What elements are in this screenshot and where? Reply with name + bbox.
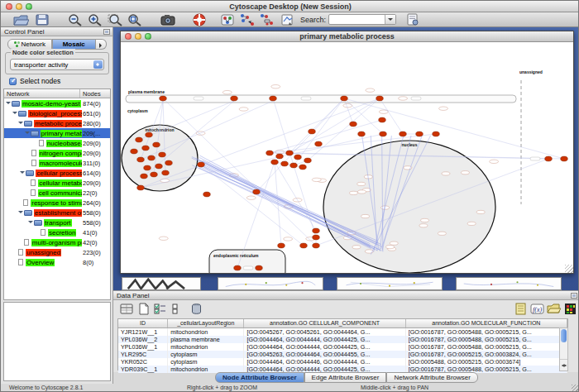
tree-item-establishment-of-lo[interactable]: establishment of lo558(0)	[4, 208, 110, 218]
app-resize-grip[interactable]	[572, 385, 579, 392]
column-header[interactable]: annotation.GO MOLECULAR_FUNCTION	[405, 319, 567, 327]
table-row[interactable]: YPL036W__1mitochondrion[GO:0044464, GO:0…	[118, 343, 567, 351]
open-file-button[interactable]	[12, 13, 29, 26]
table-cell[interactable]: [GO:0016787, GO:0005488, GO:0005215, G..…	[405, 336, 567, 343]
disclosure-triangle-icon[interactable]	[18, 211, 23, 216]
tree-item-response-to-stimulu[interactable]: response to stimulu264(0)	[4, 198, 110, 208]
attribute-table[interactable]: ID_cellularLayoutRegionannotation.GO CEL…	[118, 319, 567, 373]
disclosure-triangle-icon[interactable]	[25, 131, 30, 136]
table-cell[interactable]: YKR052C	[118, 358, 168, 366]
table-cell[interactable]: [GO:0044464, GO:0044444, GO:0044425, G..…	[244, 343, 405, 351]
tree-item-secretion[interactable]: secretion41(0)	[4, 227, 110, 237]
table-cell[interactable]: [GO:0044464, GO:0044446, GO:0044444, G..…	[244, 358, 405, 366]
union-networks-button[interactable]	[259, 13, 275, 26]
network-view-window[interactable]: primary metabolic process plasma membran…	[120, 31, 574, 274]
search-dropdown-arrow-icon[interactable]	[385, 15, 395, 24]
window-resize-grip[interactable]	[565, 265, 573, 273]
tree-item-macromolecule[interactable]: macromolecule311(0)	[4, 158, 110, 168]
minimized-window-thumbnail[interactable]	[218, 277, 323, 290]
tab-network-attribute-browser[interactable]: Network Attribute Browser	[386, 372, 477, 383]
save-session-button[interactable]	[34, 13, 50, 26]
table-row[interactable]: YJR121W__1mitochondrion[GO:0045267, GO:0…	[118, 327, 567, 336]
table-cell[interactable]: [GO:0016787, GO:0005215, GO:0003824, G..…	[405, 351, 567, 358]
import-attributes-button[interactable]	[514, 303, 528, 315]
window-titlebar[interactable]: Cytoscape Desktop (New Session)	[1, 1, 579, 12]
zoom-in-button[interactable]	[87, 13, 103, 26]
new-attribute-button[interactable]	[136, 303, 151, 315]
tree-item-nucleobase[interactable]: nucleobase-209(0)	[4, 138, 110, 148]
network-overview-button[interactable]	[219, 13, 236, 26]
zoom-out-button[interactable]	[67, 13, 84, 26]
disclosure-triangle-icon[interactable]	[6, 102, 11, 107]
tab-edge-attribute-browser[interactable]: Edge Attribute Browser	[304, 372, 387, 383]
table-cell[interactable]: YLR295C	[118, 351, 168, 358]
column-header[interactable]: annotation.GO CELLULAR_COMPONENT	[244, 319, 405, 327]
open-attribute-file-button[interactable]	[547, 303, 561, 315]
tree-item-multi-organism-pro[interactable]: multi-organism pro42(0)	[4, 237, 110, 247]
unselect-attributes-button[interactable]	[170, 303, 184, 315]
delete-attribute-button[interactable]	[189, 303, 203, 315]
tree-item-cellular-metabol[interactable]: cellular metabol209(0)	[4, 178, 110, 188]
tree-item-cell-communicat[interactable]: cell communicat22(0)	[4, 188, 110, 198]
matrix-view-button[interactable]	[563, 303, 577, 315]
tree-item-mosaic-demo-yeast[interactable]: mosaic-demo-yeast874(0)	[4, 98, 110, 108]
select-nodes-checkbox[interactable]	[9, 78, 17, 85]
network-canvas[interactable]: plasma membranecytoplasmmitochondrionnuc…	[121, 42, 573, 273]
column-header[interactable]: _cellularLayoutRegion	[168, 319, 244, 327]
table-cell[interactable]: YPL036W__2	[118, 336, 168, 343]
tree-item-overview[interactable]: Overview8(0)	[4, 257, 110, 267]
search-input[interactable]	[330, 15, 383, 24]
export-image-button[interactable]	[160, 13, 176, 26]
column-network[interactable]: Network	[4, 89, 80, 98]
float-panel-icon[interactable]	[103, 29, 110, 35]
help-button[interactable]	[191, 13, 208, 26]
more-tabs-button[interactable]	[96, 39, 107, 50]
table-cell[interactable]: [GO:0016787, GO:0005488, GO:0005215, G..…	[405, 343, 567, 351]
tree-item-cellular-process[interactable]: cellular process614(0)	[4, 168, 110, 178]
tree-item-unassigned[interactable]: unassigned223(0)	[4, 247, 110, 257]
tree-item-transport[interactable]: transport558(0)	[4, 218, 110, 227]
network-tree-header[interactable]: Network Nodes	[4, 89, 110, 98]
attribute-editor-button[interactable]	[120, 303, 134, 315]
table-cell[interactable]: plasma membrane	[168, 336, 244, 343]
table-cell[interactable]: [GO:0044464, GO:0044444, GO:0044425, G..…	[244, 336, 405, 343]
tree-item-primary-metabol[interactable]: primary metabol209(...	[4, 128, 110, 138]
column-header[interactable]: ID	[118, 319, 168, 327]
table-cell[interactable]: mitochondrion	[168, 343, 244, 351]
table-cell[interactable]: [GO:0005488, GO:0005215, GO:0003674]	[405, 358, 567, 366]
table-scrollbar[interactable]	[559, 327, 568, 371]
select-nodes-option[interactable]: Select nodes	[9, 77, 60, 85]
table-cell[interactable]: cytoplasm	[168, 358, 244, 366]
table-row[interactable]: YPL036W__2plasma membrane[GO:0044464, GO…	[118, 336, 567, 343]
birds-eye-view[interactable]	[3, 302, 111, 381]
scrollbar-arrows[interactable]	[560, 359, 567, 370]
formula-builder-button[interactable]: f(x)	[530, 303, 544, 315]
table-cell[interactable]: YJR121W__1	[118, 327, 168, 336]
table-cell[interactable]: mitochondrion	[168, 327, 244, 336]
network-window-titlebar[interactable]: primary metabolic process	[121, 31, 573, 42]
node-color-dropdown[interactable]: transporter activity	[10, 59, 104, 70]
search-combobox[interactable]	[328, 14, 396, 25]
column-nodes[interactable]: Nodes	[80, 89, 110, 98]
minimized-window-thumbnail[interactable]	[122, 277, 201, 290]
merge-networks-button[interactable]	[239, 13, 256, 26]
table-row[interactable]: YKR052Ccytoplasm[GO:0044464, GO:0044446,…	[118, 358, 567, 366]
select-attributes-button[interactable]	[153, 303, 167, 315]
table-row[interactable]: YLR295Ccytoplasm[GO:0045263, GO:0044464,…	[118, 351, 567, 358]
disclosure-triangle-icon[interactable]	[18, 122, 23, 127]
table-cell[interactable]: [GO:0045267, GO:0045261, GO:0044464, G..…	[244, 327, 405, 336]
zoom-fit-button[interactable]	[127, 13, 143, 26]
minimized-window-thumbnail[interactable]	[456, 277, 562, 290]
tree-item-metabolic-process[interactable]: metabolic process280(0)	[4, 118, 110, 128]
float-panel-icon[interactable]	[571, 293, 577, 299]
search-options-button[interactable]	[404, 13, 421, 26]
table-cell[interactable]: YPL036W__1	[118, 343, 168, 351]
annotations-button[interactable]	[279, 13, 295, 26]
tree-item-biological-process[interactable]: biological_process651(0)	[4, 108, 110, 118]
table-cell[interactable]: cytoplasm	[168, 351, 244, 358]
scrollbar-thumb[interactable]	[561, 329, 567, 342]
disclosure-triangle-icon[interactable]	[12, 112, 17, 117]
tab-node-attribute-browser[interactable]: Node Attribute Browser	[215, 372, 304, 383]
disclosure-triangle-icon[interactable]	[20, 171, 25, 176]
zoom-selected-button[interactable]	[107, 13, 123, 26]
